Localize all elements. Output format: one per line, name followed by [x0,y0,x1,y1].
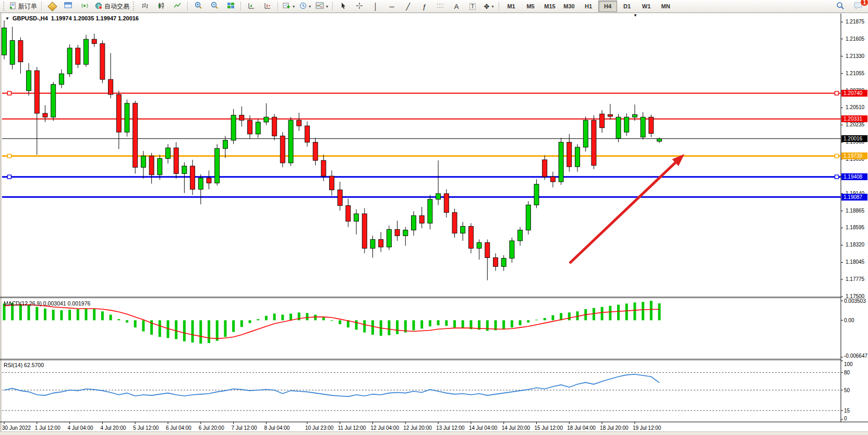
candle-bearish[interactable] [600,114,605,127]
signal-button[interactable] [77,0,92,13]
candle-bearish[interactable] [337,190,342,206]
candle-bullish[interactable] [641,117,645,137]
text-tool[interactable]: A [449,0,464,13]
line-handle[interactable] [8,154,11,158]
candle-bullish[interactable] [231,115,236,140]
candle-bearish[interactable] [468,226,473,248]
indicators-dropdown[interactable]: ▾ [314,0,330,13]
candle-bullish[interactable] [501,258,506,267]
candle-bearish[interactable] [100,44,105,80]
candle-bearish[interactable] [239,115,244,121]
candle-bullish[interactable] [354,214,359,221]
candle-bullish[interactable] [461,226,465,233]
candle-bullish[interactable] [436,194,441,199]
candle-bearish[interactable] [419,216,424,223]
candle-bearish[interactable] [567,142,572,167]
chat-button[interactable]: 1 [850,0,866,13]
candle-bearish[interactable] [174,148,178,173]
search-button[interactable] [833,0,848,13]
toolbar-grip[interactable] [133,2,136,11]
symbol-dropdown-icon[interactable]: ▼ [5,16,9,21]
candle-bullish[interactable] [2,28,7,55]
candle-bearish[interactable] [43,113,47,117]
candle-bullish[interactable] [370,240,375,249]
candle-bearish[interactable] [34,70,39,113]
candle-bullish[interactable] [288,120,293,163]
line-chart-mode-button[interactable] [170,0,185,13]
candle-bearish[interactable] [76,48,80,64]
arrows-dropdown[interactable]: ✥ ▾ [481,0,497,13]
candle-bearish[interactable] [395,229,400,236]
candle-bearish[interactable] [248,120,252,134]
timeframe-button-h1[interactable]: H1 [579,1,598,12]
timeframe-button-m30[interactable]: M30 [560,1,578,12]
candle-bullish[interactable] [125,103,129,132]
candle-bearish[interactable] [280,136,285,163]
candle-bullish[interactable] [84,39,89,64]
label-tool[interactable]: T [465,0,480,13]
candle-bearish[interactable] [444,194,449,213]
candle-bullish[interactable] [166,148,171,158]
candle-bearish[interactable] [321,160,326,176]
candle-bullish[interactable] [387,229,391,247]
trendline-tool[interactable]: ╱ [400,0,416,13]
candle-bullish[interactable] [59,74,64,84]
line-handle[interactable] [835,91,839,95]
candle-bullish[interactable] [51,85,56,117]
candle-bearish[interactable] [108,79,113,95]
new-order-button[interactable]: 新订单 [7,0,39,13]
timeframe-button-w1[interactable]: W1 [637,1,656,12]
autotrade-button[interactable]: 自动交易 [93,0,131,13]
candle-bullish[interactable] [256,122,260,134]
candle-bullish[interactable] [10,41,15,65]
market-watch-button[interactable] [44,0,60,13]
candle-bullish[interactable] [67,48,72,74]
candle-bullish[interactable] [657,139,662,142]
candle-bearish[interactable] [550,177,555,182]
candle-bearish[interactable] [92,39,97,43]
candle-bearish[interactable] [379,240,383,247]
auto-scroll-button[interactable] [244,0,259,13]
candle-bearish[interactable] [297,120,302,126]
candle-bullish[interactable] [27,70,31,90]
candle-bullish[interactable] [624,117,629,132]
period-dropdown[interactable]: ▾ [297,0,313,13]
bar-chart-mode-button[interactable] [137,0,153,13]
candle-bullish[interactable] [403,230,408,236]
candle-bullish[interactable] [428,199,432,224]
candle-bearish[interactable] [362,214,367,248]
zoom-out-button[interactable] [207,0,222,13]
candle-bearish[interactable] [313,142,318,160]
timeframe-button-m1[interactable]: M1 [502,1,521,12]
candle-bearish[interactable] [18,41,23,62]
candle-bearish[interactable] [305,126,309,142]
candle-bullish[interactable] [510,241,514,258]
candle-bearish[interactable] [207,178,211,183]
candle-bullish[interactable] [575,147,580,167]
candle-bullish[interactable] [534,184,539,205]
candle-bearish[interactable] [649,117,654,133]
new-chart-dropdown[interactable]: ▾ [281,0,297,13]
cursor-tool-button[interactable] [335,0,351,13]
candle-bearish[interactable] [452,213,457,233]
candle-chart-mode-button[interactable] [153,0,169,13]
candle-bullish[interactable] [616,117,621,138]
candle-bullish[interactable] [223,140,227,149]
crosshair-tool-button[interactable] [352,0,367,13]
candle-bearish[interactable] [493,257,498,266]
line-handle[interactable] [835,154,839,158]
candle-bearish[interactable] [272,117,277,136]
fibonacci-tool[interactable]: ƒ [416,0,432,13]
data-window-button[interactable] [61,0,76,13]
vertical-line-tool[interactable]: │ [368,0,383,13]
candle-bullish[interactable] [518,230,523,241]
toolbar-grip[interactable] [3,2,6,11]
candle-bullish[interactable] [141,156,146,168]
candle-bearish[interactable] [190,166,195,189]
candle-bearish[interactable] [346,206,351,221]
candle-bullish[interactable] [182,166,187,173]
line-handle[interactable] [835,175,839,179]
candle-bullish[interactable] [215,148,220,183]
candle-bullish[interactable] [158,159,162,175]
timeframe-button-d1[interactable]: D1 [618,1,636,12]
